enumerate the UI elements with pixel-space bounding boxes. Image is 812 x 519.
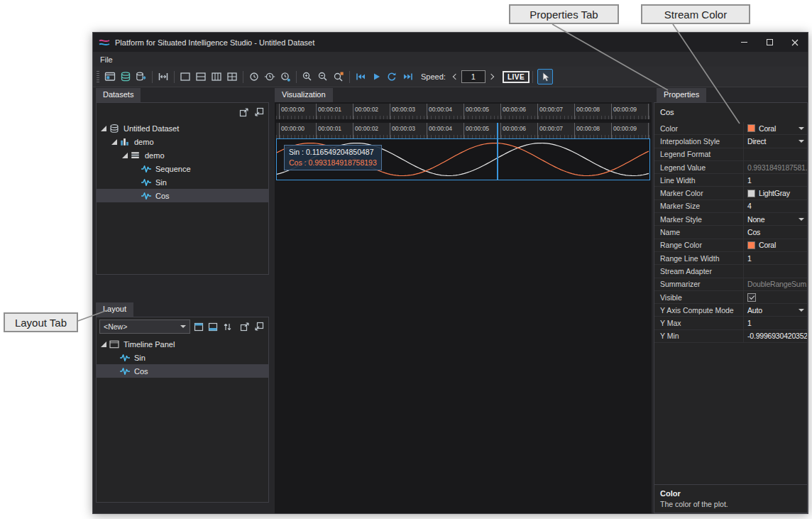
property-row-range-line-width[interactable]: Range Line Width1: [654, 252, 807, 265]
property-value[interactable]: 1: [744, 174, 807, 186]
property-row-y-axis-compute-mode[interactable]: Y Axis Compute ModeAuto: [654, 304, 807, 317]
insert-grid-panel-button[interactable]: [224, 69, 240, 84]
property-value[interactable]: None: [744, 213, 807, 225]
tab-visualization[interactable]: Visualization: [275, 88, 333, 102]
collapse-all-button[interactable]: [253, 106, 265, 118]
visible-checkbox[interactable]: [747, 293, 756, 302]
timeline-ruler[interactable]: 00:00:0000:00:0100:00:0200:00:0300:00:04…: [276, 123, 650, 138]
property-row-stream-adapter[interactable]: Stream Adapter: [654, 265, 807, 278]
property-value[interactable]: Coral: [744, 239, 807, 251]
cursor-mode-button[interactable]: [537, 69, 553, 84]
property-value[interactable]: Coral: [744, 122, 807, 134]
expander-icon[interactable]: [111, 139, 117, 145]
zoom-out-button[interactable]: [315, 69, 331, 84]
property-row-range-color[interactable]: Range ColorCoral: [654, 239, 807, 252]
speed-input[interactable]: 1: [461, 70, 485, 83]
property-value[interactable]: Direct: [744, 135, 807, 147]
property-value[interactable]: 1: [744, 317, 807, 329]
tree-item-cos[interactable]: Cos: [97, 364, 268, 378]
insert-single-panel-button[interactable]: [177, 69, 193, 84]
zoom-to-session-extents-button[interactable]: [246, 69, 262, 84]
zoom-to-cursor-button[interactable]: [278, 69, 293, 84]
property-row-line-width[interactable]: Line Width1: [654, 174, 807, 187]
skip-to-end-button[interactable]: [400, 69, 415, 84]
insert-two-row-panel-button[interactable]: [193, 69, 209, 84]
speed-increment-button[interactable]: [485, 70, 497, 83]
expand-all-button[interactable]: [238, 106, 251, 118]
tree-item-timeline-panel[interactable]: Timeline Panel: [97, 337, 268, 351]
property-row-color[interactable]: ColorCoral: [654, 122, 807, 135]
time-cursor[interactable]: [497, 123, 498, 180]
move-panel-button[interactable]: [221, 321, 234, 332]
dropdown-arrow-icon[interactable]: [799, 309, 804, 315]
property-value[interactable]: 0.9931849187581...: [744, 161, 807, 173]
property-value[interactable]: [744, 148, 807, 160]
collapse-panels-button[interactable]: [253, 321, 265, 332]
navigator-ruler[interactable]: 00:00:0000:00:0100:00:0200:00:0300:00:04…: [276, 104, 650, 119]
speed-decrement-button[interactable]: [450, 70, 461, 83]
save-dataset-button[interactable]: [133, 69, 149, 84]
insert-timeline-panel-button[interactable]: [155, 69, 171, 84]
live-button[interactable]: LIVE: [503, 71, 530, 83]
expander-icon[interactable]: [101, 342, 106, 347]
dropdown-arrow-icon[interactable]: [799, 127, 804, 133]
dropdown-arrow-icon[interactable]: [799, 218, 804, 224]
save-layout-as-button[interactable]: [207, 321, 219, 332]
property-row-legend-value[interactable]: Legend Value0.9931849187581...: [654, 161, 807, 174]
tab-properties[interactable]: Properties: [657, 88, 706, 102]
property-row-marker-size[interactable]: Marker Size4: [654, 200, 807, 213]
tree-item-sin[interactable]: Sin: [97, 175, 268, 189]
tree-item-label: Cos: [134, 367, 148, 376]
property-value[interactable]: 4: [744, 200, 807, 212]
property-value-text: LightGray: [759, 189, 790, 197]
layout-select[interactable]: <New>: [99, 319, 190, 334]
dropdown-arrow-icon[interactable]: [799, 140, 804, 146]
tree-item-cos[interactable]: Cos: [97, 189, 268, 202]
minimize-button[interactable]: [731, 33, 757, 52]
property-value[interactable]: [744, 291, 807, 303]
tree-item-sin[interactable]: Sin: [97, 351, 268, 364]
tab-layout[interactable]: Layout: [96, 302, 133, 317]
zoom-in-button[interactable]: [300, 69, 315, 84]
property-value[interactable]: Cos: [744, 226, 807, 238]
property-row-interpolation-style[interactable]: Interpolation StyleDirect: [654, 135, 807, 148]
follow-cursor-button[interactable]: [331, 69, 346, 84]
property-row-visible[interactable]: Visible: [654, 291, 807, 304]
tree-item-untitled-dataset[interactable]: Untitled Dataset: [97, 121, 268, 135]
tab-datasets[interactable]: Datasets: [96, 88, 141, 102]
menu-file[interactable]: File: [93, 54, 120, 65]
property-value[interactable]: 1: [744, 252, 807, 264]
open-dataset-button[interactable]: [118, 69, 133, 84]
property-row-y-min[interactable]: Y Min-0.99969304203520: [654, 330, 807, 343]
expander-icon[interactable]: [122, 153, 128, 158]
property-value[interactable]: [744, 265, 807, 277]
property-row-y-max[interactable]: Y Max1: [654, 317, 807, 329]
property-row-summarizer[interactable]: SummarizerDoubleRangeSum...: [654, 278, 807, 291]
property-row-legend-format[interactable]: Legend Format: [654, 148, 807, 161]
property-row-marker-style[interactable]: Marker StyleNone: [654, 213, 807, 226]
toolbar-grip-handle[interactable]: [97, 71, 99, 82]
tree-item-demo[interactable]: demo: [97, 135, 268, 148]
expand-panels-button[interactable]: [238, 321, 251, 332]
expander-icon[interactable]: [101, 126, 106, 131]
zoom-to-selection-button[interactable]: [262, 69, 278, 84]
property-value[interactable]: LightGray: [744, 187, 807, 199]
tree-item-demo[interactable]: demo: [97, 148, 268, 162]
property-value[interactable]: Auto: [744, 304, 807, 316]
property-value[interactable]: -0.99969304203520: [744, 330, 807, 342]
color-swatch: [747, 124, 755, 132]
insert-column-panel-button[interactable]: [209, 69, 224, 84]
menu-bar: File: [93, 52, 808, 67]
repeat-button[interactable]: [384, 69, 400, 84]
timeline-panel-plot[interactable]: Sin : 0.116549204850487Cos : 0.993184918…: [276, 138, 650, 180]
play-button[interactable]: [368, 69, 384, 84]
maximize-button[interactable]: [757, 33, 782, 52]
save-layout-button[interactable]: [192, 321, 205, 332]
property-row-marker-color[interactable]: Marker ColorLightGray: [654, 187, 807, 200]
close-button[interactable]: [782, 33, 808, 52]
create-dataset-button[interactable]: [102, 69, 118, 84]
property-row-name[interactable]: NameCos: [654, 226, 807, 239]
skip-to-start-button[interactable]: [353, 69, 368, 84]
tree-item-sequence[interactable]: Sequence: [97, 162, 268, 175]
property-value[interactable]: DoubleRangeSum...: [744, 278, 807, 290]
